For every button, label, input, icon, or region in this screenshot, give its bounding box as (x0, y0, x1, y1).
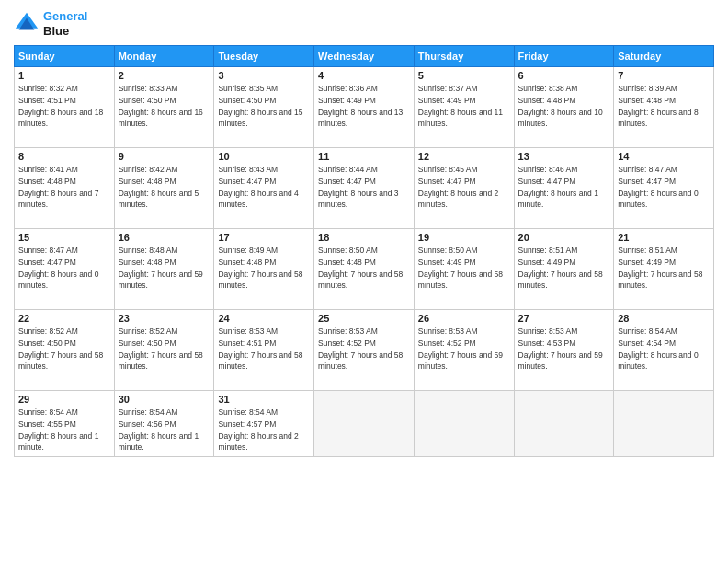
day-info: Sunrise: 8:54 AM Sunset: 4:56 PM Dayligh… (119, 407, 210, 454)
day-info: Sunrise: 8:50 AM Sunset: 4:49 PM Dayligh… (418, 245, 510, 292)
day-info: Sunrise: 8:49 AM Sunset: 4:48 PM Dayligh… (218, 245, 310, 292)
calendar-cell: 2 Sunrise: 8:33 AM Sunset: 4:50 PM Dayli… (114, 67, 214, 148)
day-number: 5 (418, 70, 510, 81)
day-info: Sunrise: 8:47 AM Sunset: 4:47 PM Dayligh… (18, 245, 110, 292)
calendar-cell: 29 Sunrise: 8:54 AM Sunset: 4:55 PM Dayl… (15, 391, 115, 457)
day-info: Sunrise: 8:54 AM Sunset: 4:55 PM Dayligh… (18, 407, 110, 454)
day-info: Sunrise: 8:52 AM Sunset: 4:50 PM Dayligh… (119, 326, 210, 373)
day-info: Sunrise: 8:42 AM Sunset: 4:48 PM Dayligh… (119, 164, 210, 211)
calendar-cell: 23 Sunrise: 8:52 AM Sunset: 4:50 PM Dayl… (114, 310, 214, 391)
day-info: Sunrise: 8:35 AM Sunset: 4:50 PM Dayligh… (218, 83, 310, 130)
calendar-cell: 14 Sunrise: 8:47 AM Sunset: 4:47 PM Dayl… (614, 148, 714, 229)
page: General Blue Sunday Monday Tuesday Wedne… (0, 0, 728, 563)
col-monday: Monday (114, 46, 214, 67)
day-info: Sunrise: 8:54 AM Sunset: 4:57 PM Dayligh… (218, 407, 310, 454)
day-number: 30 (119, 394, 210, 405)
day-info: Sunrise: 8:50 AM Sunset: 4:48 PM Dayligh… (318, 245, 410, 292)
calendar-cell: 10 Sunrise: 8:43 AM Sunset: 4:47 PM Dayl… (214, 148, 314, 229)
calendar-cell: 11 Sunrise: 8:44 AM Sunset: 4:47 PM Dayl… (314, 148, 415, 229)
col-friday: Friday (514, 46, 614, 67)
calendar-table: Sunday Monday Tuesday Wednesday Thursday… (14, 45, 714, 457)
day-info: Sunrise: 8:36 AM Sunset: 4:49 PM Dayligh… (318, 83, 410, 130)
calendar-cell: 6 Sunrise: 8:38 AM Sunset: 4:48 PM Dayli… (514, 67, 614, 148)
day-info: Sunrise: 8:39 AM Sunset: 4:48 PM Dayligh… (618, 83, 710, 130)
day-number: 16 (119, 232, 210, 243)
day-number: 3 (218, 70, 310, 81)
day-info: Sunrise: 8:38 AM Sunset: 4:48 PM Dayligh… (518, 83, 610, 130)
day-info: Sunrise: 8:43 AM Sunset: 4:47 PM Dayligh… (218, 164, 310, 211)
day-info: Sunrise: 8:44 AM Sunset: 4:47 PM Dayligh… (318, 164, 410, 211)
day-number: 17 (218, 232, 310, 243)
day-info: Sunrise: 8:51 AM Sunset: 4:49 PM Dayligh… (518, 245, 610, 292)
day-info: Sunrise: 8:37 AM Sunset: 4:49 PM Dayligh… (418, 83, 510, 130)
day-number: 4 (318, 70, 410, 81)
calendar-cell: 5 Sunrise: 8:37 AM Sunset: 4:49 PM Dayli… (414, 67, 514, 148)
col-thursday: Thursday (414, 46, 514, 67)
calendar-week-row: 8 Sunrise: 8:41 AM Sunset: 4:48 PM Dayli… (15, 148, 714, 229)
calendar-header-row: Sunday Monday Tuesday Wednesday Thursday… (15, 46, 714, 67)
day-info: Sunrise: 8:45 AM Sunset: 4:47 PM Dayligh… (418, 164, 510, 211)
calendar-cell: 13 Sunrise: 8:46 AM Sunset: 4:47 PM Dayl… (514, 148, 614, 229)
day-number: 14 (618, 151, 710, 162)
day-info: Sunrise: 8:53 AM Sunset: 4:51 PM Dayligh… (218, 326, 310, 373)
day-number: 18 (318, 232, 410, 243)
calendar-cell (514, 391, 614, 457)
day-number: 22 (18, 313, 110, 324)
day-info: Sunrise: 8:54 AM Sunset: 4:54 PM Dayligh… (618, 326, 710, 373)
calendar-cell: 4 Sunrise: 8:36 AM Sunset: 4:49 PM Dayli… (314, 67, 415, 148)
day-info: Sunrise: 8:53 AM Sunset: 4:52 PM Dayligh… (318, 326, 410, 373)
day-info: Sunrise: 8:47 AM Sunset: 4:47 PM Dayligh… (618, 164, 710, 211)
calendar-cell: 16 Sunrise: 8:48 AM Sunset: 4:48 PM Dayl… (114, 229, 214, 310)
day-number: 19 (418, 232, 510, 243)
logo-icon (14, 11, 40, 37)
day-number: 15 (18, 232, 110, 243)
calendar-cell: 3 Sunrise: 8:35 AM Sunset: 4:50 PM Dayli… (214, 67, 314, 148)
day-number: 24 (218, 313, 310, 324)
day-number: 2 (119, 70, 210, 81)
calendar-cell: 15 Sunrise: 8:47 AM Sunset: 4:47 PM Dayl… (15, 229, 115, 310)
calendar-cell (414, 391, 514, 457)
calendar-week-row: 1 Sunrise: 8:32 AM Sunset: 4:51 PM Dayli… (15, 67, 714, 148)
calendar-cell: 30 Sunrise: 8:54 AM Sunset: 4:56 PM Dayl… (114, 391, 214, 457)
day-number: 11 (318, 151, 410, 162)
day-number: 10 (218, 151, 310, 162)
calendar-cell: 20 Sunrise: 8:51 AM Sunset: 4:49 PM Dayl… (514, 229, 614, 310)
day-number: 31 (218, 394, 310, 405)
day-info: Sunrise: 8:53 AM Sunset: 4:53 PM Dayligh… (518, 326, 610, 373)
day-number: 21 (618, 232, 710, 243)
calendar-cell: 8 Sunrise: 8:41 AM Sunset: 4:48 PM Dayli… (15, 148, 115, 229)
calendar-cell: 26 Sunrise: 8:53 AM Sunset: 4:52 PM Dayl… (414, 310, 514, 391)
col-wednesday: Wednesday (314, 46, 415, 67)
calendar-cell: 19 Sunrise: 8:50 AM Sunset: 4:49 PM Dayl… (414, 229, 514, 310)
calendar-cell: 12 Sunrise: 8:45 AM Sunset: 4:47 PM Dayl… (414, 148, 514, 229)
day-info: Sunrise: 8:41 AM Sunset: 4:48 PM Dayligh… (18, 164, 110, 211)
day-info: Sunrise: 8:52 AM Sunset: 4:50 PM Dayligh… (18, 326, 110, 373)
calendar-week-row: 29 Sunrise: 8:54 AM Sunset: 4:55 PM Dayl… (15, 391, 714, 457)
day-number: 27 (518, 313, 610, 324)
day-number: 28 (618, 313, 710, 324)
calendar-cell: 31 Sunrise: 8:54 AM Sunset: 4:57 PM Dayl… (214, 391, 314, 457)
day-number: 23 (119, 313, 210, 324)
day-info: Sunrise: 8:46 AM Sunset: 4:47 PM Dayligh… (518, 164, 610, 211)
col-tuesday: Tuesday (214, 46, 314, 67)
day-number: 9 (119, 151, 210, 162)
day-number: 25 (318, 313, 410, 324)
calendar-cell: 28 Sunrise: 8:54 AM Sunset: 4:54 PM Dayl… (614, 310, 714, 391)
day-number: 12 (418, 151, 510, 162)
calendar-cell: 21 Sunrise: 8:51 AM Sunset: 4:49 PM Dayl… (614, 229, 714, 310)
day-number: 26 (418, 313, 510, 324)
day-number: 7 (618, 70, 710, 81)
day-number: 13 (518, 151, 610, 162)
calendar-cell: 24 Sunrise: 8:53 AM Sunset: 4:51 PM Dayl… (214, 310, 314, 391)
calendar-cell (614, 391, 714, 457)
calendar-cell: 1 Sunrise: 8:32 AM Sunset: 4:51 PM Dayli… (15, 67, 115, 148)
day-info: Sunrise: 8:53 AM Sunset: 4:52 PM Dayligh… (418, 326, 510, 373)
day-info: Sunrise: 8:33 AM Sunset: 4:50 PM Dayligh… (119, 83, 210, 130)
calendar-cell: 18 Sunrise: 8:50 AM Sunset: 4:48 PM Dayl… (314, 229, 415, 310)
header: General Blue (14, 9, 714, 38)
day-info: Sunrise: 8:51 AM Sunset: 4:49 PM Dayligh… (618, 245, 710, 292)
day-number: 6 (518, 70, 610, 81)
calendar-week-row: 22 Sunrise: 8:52 AM Sunset: 4:50 PM Dayl… (15, 310, 714, 391)
col-sunday: Sunday (15, 46, 115, 67)
calendar-cell: 7 Sunrise: 8:39 AM Sunset: 4:48 PM Dayli… (614, 67, 714, 148)
